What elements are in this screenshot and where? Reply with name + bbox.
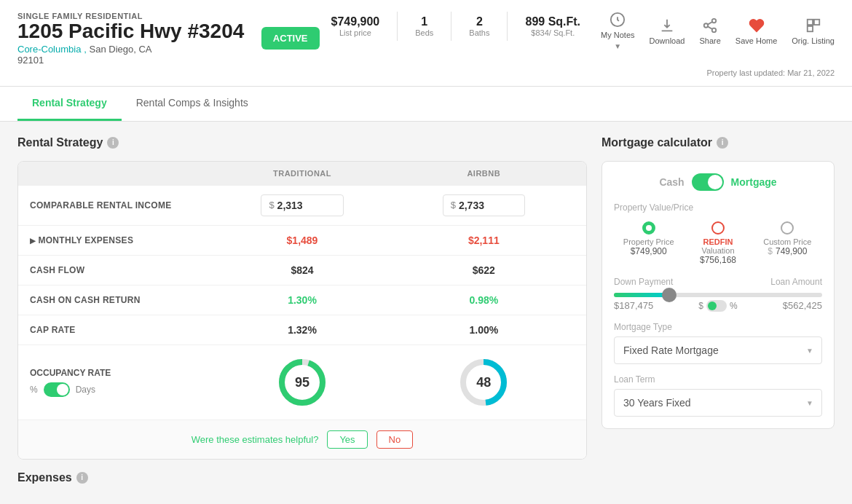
col-header-traditional: TRADITIONAL xyxy=(211,169,393,178)
zip-code: 92101 xyxy=(17,55,250,66)
sqft-value: 899 Sq.Ft. xyxy=(525,15,580,28)
slider-thumb[interactable] xyxy=(662,288,677,302)
external-link-icon xyxy=(805,17,821,34)
traditional-rental-input[interactable] xyxy=(277,200,336,211)
airbnb-rental-input-cell: $ xyxy=(393,194,575,216)
custom-price-option[interactable]: Custom Price $ 749,900 xyxy=(753,221,822,265)
heart-icon xyxy=(749,17,765,34)
svg-point-1 xyxy=(712,18,717,23)
mortgage-calculator-title: Mortgage calculator i xyxy=(601,136,835,149)
dropdown-chevron: ▼ xyxy=(614,42,621,50)
traditional-cash-flow: $824 xyxy=(211,264,393,276)
occupancy-toggle[interactable] xyxy=(44,382,70,397)
airbnb-cash-on-cash: 0.98% xyxy=(393,294,575,306)
cap-rate-row: CAP RATE 1.32% 1.00% xyxy=(18,315,586,344)
main-content: Rental Strategy i TRADITIONAL AIRBNB COM… xyxy=(0,122,852,499)
toggle-knob xyxy=(57,384,68,395)
tab-rental-strategy[interactable]: Rental Strategy xyxy=(17,87,122,121)
dollar-pct-mini-toggle[interactable] xyxy=(706,300,727,312)
custom-price-label: Custom Price xyxy=(753,237,822,246)
comparable-rental-income-row: COMPARABLE RENTAL INCOME $ $ xyxy=(18,185,586,225)
cash-mortgage-toggle-row: Cash Mortgage xyxy=(614,173,822,191)
download-button[interactable]: Download xyxy=(650,17,685,45)
save-home-button[interactable]: Save Home xyxy=(735,17,777,45)
occupancy-pct-label: % xyxy=(30,385,38,395)
feedback-question: Were these estimates helpful? xyxy=(192,434,319,445)
my-notes-label: My Notes xyxy=(601,31,634,39)
airbnb-rental-input[interactable] xyxy=(459,200,517,211)
custom-dollar: $ xyxy=(768,246,773,256)
cash-on-cash-row: CASH ON CASH RETURN 1.30% 0.98% xyxy=(18,285,586,315)
header-actions: My Notes ▼ Download Share Sa xyxy=(601,12,835,50)
expenses-section: Expenses i xyxy=(17,471,587,484)
stat-divider xyxy=(397,12,398,41)
toggle-mortgage-knob xyxy=(708,175,722,189)
valuation-sublabel: Valuation xyxy=(683,246,752,255)
svg-point-3 xyxy=(712,28,717,31)
svg-rect-5 xyxy=(814,19,819,24)
feedback-no-button[interactable]: No xyxy=(376,430,414,449)
cash-mortgage-toggle[interactable] xyxy=(692,173,724,191)
redfin-value: $756,168 xyxy=(683,255,752,265)
main-tabs: Rental Strategy Rental Comps & Insights xyxy=(0,87,852,122)
slider-values-row: $187,475 $ % $562,425 xyxy=(614,300,822,312)
loan-term-select[interactable]: 30 Years Fixed 20 Years Fixed 15 Years F… xyxy=(614,389,822,417)
down-payment-amount: $187,475 xyxy=(614,300,653,311)
expenses-info-icon[interactable]: i xyxy=(76,472,88,484)
last-updated: Property last updated: Mar 21, 2022 xyxy=(17,68,835,77)
download-icon xyxy=(659,17,675,34)
property-value-label: Property Value/Price xyxy=(614,202,822,213)
loan-amount-value: $562,425 xyxy=(783,300,822,311)
dollar-pct-toggle: $ % xyxy=(698,300,737,312)
download-label: Download xyxy=(650,36,685,45)
mortgage-card: Cash Mortgage Property Value/Price Prope… xyxy=(601,161,835,429)
down-payment-loan-row: Down Payment Loan Amount xyxy=(614,277,822,287)
list-price-stat: $749,900 List price xyxy=(331,15,380,37)
airbnb-occupancy-donut: 48 xyxy=(458,357,509,408)
status-badge: ACTIVE xyxy=(261,27,320,50)
share-button[interactable]: Share xyxy=(699,17,720,45)
sqft-stat: 899 Sq.Ft. $834/ Sq.Ft. xyxy=(525,15,580,37)
rental-strategy-info-icon[interactable]: i xyxy=(107,137,119,149)
notes-icon xyxy=(610,12,626,28)
neighborhood: Core-Columbia xyxy=(17,44,81,55)
table-header: TRADITIONAL AIRBNB xyxy=(18,162,586,185)
down-payment-label: Down Payment xyxy=(614,277,673,287)
right-panel: Mortgage calculator i Cash Mortgage Prop… xyxy=(601,136,835,484)
monthly-expenses-label[interactable]: MONTHLY EXPENSES xyxy=(30,235,211,245)
property-price-option[interactable]: Property Price $749,900 xyxy=(614,221,683,265)
custom-price-radio[interactable] xyxy=(781,221,794,235)
monthly-expenses-row: MONTHLY EXPENSES $1,489 $2,111 xyxy=(18,225,586,255)
redfin-valuation-option[interactable]: REDFIN Valuation $756,168 xyxy=(683,221,752,265)
rental-strategy-table: TRADITIONAL AIRBNB COMPARABLE RENTAL INC… xyxy=(17,161,587,460)
orig-listing-label: Orig. Listing xyxy=(792,36,835,45)
property-price-options: Property Price $749,900 REDFIN Valuation… xyxy=(614,221,822,265)
property-stats: $749,900 List price 1 Beds 2 Baths 899 S… xyxy=(331,12,581,41)
mortgage-type-section-label: Mortgage Type xyxy=(614,322,822,332)
save-home-label: Save Home xyxy=(735,36,777,45)
airbnb-cap-rate: 1.00% xyxy=(393,324,575,336)
property-price-radio[interactable] xyxy=(642,221,655,235)
tab-rental-comps[interactable]: Rental Comps & Insights xyxy=(122,87,263,121)
my-notes-button[interactable]: My Notes ▼ xyxy=(601,12,634,50)
property-info: Single Family Residential 1205 Pacific H… xyxy=(17,12,250,66)
property-header: Single Family Residential 1205 Pacific H… xyxy=(0,0,852,87)
redfin-radio[interactable] xyxy=(711,221,725,235)
airbnb-cash-flow: $622 xyxy=(393,264,575,276)
airbnb-monthly-expenses: $2,111 xyxy=(393,235,575,246)
traditional-cash-on-cash: 1.30% xyxy=(211,294,393,306)
mortgage-type-select[interactable]: Fixed Rate Mortgage Adjustable Rate Mort… xyxy=(614,336,822,364)
traditional-occupancy-donut: 95 xyxy=(277,357,328,408)
mortgage-info-icon[interactable]: i xyxy=(717,137,728,149)
property-price-option-label: Property Price xyxy=(614,237,683,246)
slider-fill xyxy=(614,293,666,297)
feedback-yes-button[interactable]: Yes xyxy=(327,430,367,449)
airbnb-rental-input-group: $ xyxy=(443,194,525,216)
occupancy-rate-row: OCCUPANCY RATE % Days xyxy=(18,344,586,420)
orig-listing-button[interactable]: Orig. Listing xyxy=(792,17,835,45)
loan-amount-label: Loan Amount xyxy=(770,277,822,287)
occupancy-days-label: Days xyxy=(76,385,95,395)
cash-on-cash-label: CASH ON CASH RETURN xyxy=(30,295,211,305)
cash-flow-label: CASH FLOW xyxy=(30,265,211,275)
list-price-label: List price xyxy=(331,28,380,37)
